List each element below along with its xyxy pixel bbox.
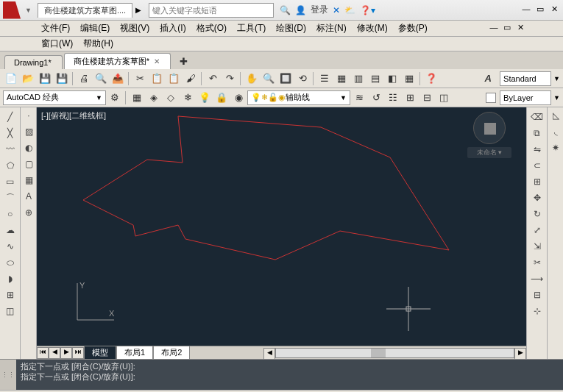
tab-prev-icon[interactable]: ◀ xyxy=(49,347,60,359)
title-doc-name[interactable]: 商住楼建筑方案草图.... xyxy=(38,3,132,18)
rotate-tool-icon[interactable]: ↻ xyxy=(529,206,545,222)
menu-file[interactable]: 文件(F) xyxy=(37,21,74,36)
layer-selector[interactable]: 💡❄🔓◉ 辅助线 ▼ xyxy=(247,90,350,105)
stretch-tool-icon[interactable]: ⇲ xyxy=(529,238,545,254)
arc-tool-icon[interactable]: ⌒ xyxy=(2,190,18,206)
user-icon[interactable]: 👤 xyxy=(295,5,306,15)
layer-off-icon[interactable]: 💡 xyxy=(196,90,213,106)
tab-layout2[interactable]: 布局2 xyxy=(153,346,190,360)
undo-icon[interactable]: ↶ xyxy=(205,71,221,87)
ellipsearc-tool-icon[interactable]: ◗ xyxy=(2,271,18,287)
help-icon[interactable]: ❓ xyxy=(423,71,439,87)
table-tool-icon[interactable]: ▦ xyxy=(21,172,37,188)
toolpal-icon[interactable]: ▥ xyxy=(350,71,367,87)
dropdown-arrow-icon[interactable]: ▼ xyxy=(553,94,560,101)
layer-state-icon[interactable]: ◈ xyxy=(146,90,162,106)
menu-tools[interactable]: 工具(T) xyxy=(233,21,270,36)
close-button[interactable]: ✕ xyxy=(548,4,560,16)
explode-tool-icon[interactable]: ✷ xyxy=(548,140,563,156)
plot-icon[interactable]: 🖨 xyxy=(76,71,92,87)
line-tool-icon[interactable]: ╱ xyxy=(2,109,18,125)
mtext-tool-icon[interactable]: A xyxy=(21,188,37,204)
zoom-prev-icon[interactable]: ⟲ xyxy=(294,71,311,87)
hatch-tool-icon[interactable]: ▨ xyxy=(21,124,37,140)
polygon-tool-icon[interactable]: ⬠ xyxy=(2,157,18,174)
properties-icon[interactable]: ☰ xyxy=(316,71,333,87)
menu-format[interactable]: 格式(O) xyxy=(192,21,231,36)
insert-tool-icon[interactable]: ⊞ xyxy=(2,287,18,303)
ellipse-tool-icon[interactable]: ⬭ xyxy=(2,254,18,271)
color-selector[interactable]: ByLayer xyxy=(500,90,551,105)
login-link[interactable]: 登录 xyxy=(311,4,328,16)
tab-first-icon[interactable]: ⏮ xyxy=(37,347,49,359)
tab-model[interactable]: 模型 xyxy=(84,346,116,360)
menu-view[interactable]: 视图(V) xyxy=(116,21,154,36)
menu-help[interactable]: 帮助(H) xyxy=(79,36,118,51)
menu-insert[interactable]: 插入(I) xyxy=(155,21,190,36)
scroll-thumb[interactable] xyxy=(371,349,386,357)
help-search-input[interactable] xyxy=(149,3,274,18)
menu-draw[interactable]: 绘图(D) xyxy=(272,21,311,36)
chamfer-tool-icon[interactable]: ◺ xyxy=(548,107,563,124)
layer-make-icon[interactable]: ◉ xyxy=(230,90,247,106)
rect-tool-icon[interactable]: ▭ xyxy=(2,174,18,190)
doc-minimize-button[interactable]: — xyxy=(488,23,500,35)
block-tool-icon[interactable]: ◫ xyxy=(2,303,18,319)
dcenter-icon[interactable]: ▦ xyxy=(333,71,350,87)
text-style-selector[interactable]: Standard xyxy=(500,71,551,86)
layer-del-icon[interactable]: ⊟ xyxy=(419,90,435,106)
erase-tool-icon[interactable]: ⌫ xyxy=(529,109,545,125)
cloud-icon[interactable]: ⛅ xyxy=(344,5,355,15)
menu-modify[interactable]: 修改(M) xyxy=(353,21,392,36)
break-tool-icon[interactable]: ⊟ xyxy=(529,287,545,303)
help-dropdown-icon[interactable]: ❓▾ xyxy=(360,5,375,15)
dropdown-arrow-icon[interactable]: ▼ xyxy=(553,75,560,82)
qcalc-icon[interactable]: ▦ xyxy=(401,71,417,87)
scroll-left-icon[interactable]: ◀ xyxy=(263,348,275,360)
doc-restore-button[interactable]: ▭ xyxy=(501,23,513,35)
tab-layout1[interactable]: 布局1 xyxy=(116,346,153,360)
scale-tool-icon[interactable]: ⤢ xyxy=(529,222,545,238)
textstyle-A-icon[interactable]: A xyxy=(480,71,496,87)
cut-icon[interactable]: ✂ xyxy=(132,71,148,87)
saveas-icon[interactable]: 💾 xyxy=(54,71,70,87)
ssm-icon[interactable]: ▤ xyxy=(367,71,383,87)
paste-icon[interactable]: 📋 xyxy=(166,71,182,87)
region-tool-icon[interactable]: ▢ xyxy=(21,156,37,172)
menu-param[interactable]: 参数(P) xyxy=(394,21,432,36)
layer-match-icon[interactable]: ≋ xyxy=(351,90,367,106)
offset-tool-icon[interactable]: ⊂ xyxy=(529,157,545,174)
gradient-tool-icon[interactable]: ◐ xyxy=(21,140,37,156)
copy-icon[interactable]: 📋 xyxy=(149,71,165,87)
layer-prop-icon[interactable]: ▦ xyxy=(129,90,145,106)
new-tab-button[interactable]: ✚ xyxy=(175,53,191,69)
doc-tab-active[interactable]: 商住楼建筑方案草图* ✕ xyxy=(64,53,171,69)
layer-misc-icon[interactable]: ◫ xyxy=(436,90,452,106)
mirror-tool-icon[interactable]: ⇋ xyxy=(529,141,545,157)
color-swatch-icon[interactable] xyxy=(486,93,496,103)
search-icon[interactable]: 🔍 xyxy=(280,5,291,15)
pline-tool-icon[interactable]: 〰 xyxy=(2,141,18,157)
command-history-text[interactable]: 指定下一点或 [闭合(C)/放弃(U)]: 指定下一点或 [闭合(C)/放弃(U… xyxy=(16,360,563,390)
new-icon[interactable]: 📄 xyxy=(3,71,19,87)
layer-iso-icon[interactable]: ◇ xyxy=(163,90,179,106)
array-tool-icon[interactable]: ⊞ xyxy=(529,174,545,190)
markup-icon[interactable]: ◧ xyxy=(384,71,400,87)
publish-icon[interactable]: 📤 xyxy=(110,71,126,87)
preview-icon[interactable]: 🔍 xyxy=(93,71,109,87)
circle-tool-icon[interactable]: ○ xyxy=(2,206,18,222)
revcloud-tool-icon[interactable]: ☁ xyxy=(2,222,18,238)
redo-icon[interactable]: ↷ xyxy=(222,71,238,87)
restore-button[interactable]: ▭ xyxy=(534,4,546,16)
viewcube-top-icon[interactable] xyxy=(484,123,496,135)
extend-tool-icon[interactable]: ⟶ xyxy=(529,271,545,287)
minimize-button[interactable]: — xyxy=(520,4,532,16)
menu-edit[interactable]: 编辑(E) xyxy=(76,21,114,36)
zoom-win-icon[interactable]: 🔲 xyxy=(277,71,294,87)
viewcube-unnamed[interactable]: 未命名 ▾ xyxy=(467,147,511,158)
open-icon[interactable]: 📂 xyxy=(20,71,36,87)
join-tool-icon[interactable]: ⊹ xyxy=(529,303,545,319)
point-tool-icon[interactable]: · xyxy=(21,107,37,124)
close-tab-icon[interactable]: ✕ xyxy=(154,57,160,65)
zoom-rt-icon[interactable]: 🔍 xyxy=(261,71,277,87)
